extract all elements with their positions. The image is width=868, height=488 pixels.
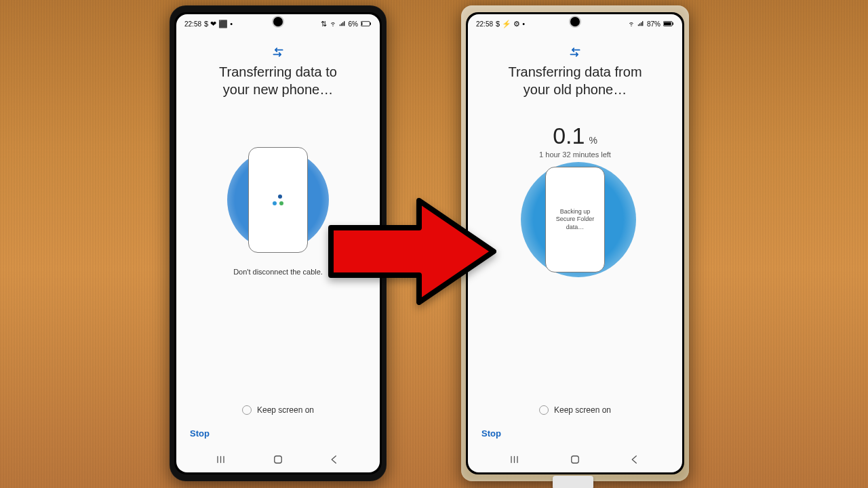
battery-text: 6% [349,20,358,28]
time-remaining: 1 hour 32 minutes left [468,150,682,159]
battery-icon [361,20,372,27]
battery-text: 87% [647,20,660,28]
keep-screen-on-option[interactable]: Keep screen on [480,405,670,415]
svg-rect-6 [664,22,671,26]
transfer-animation-circle: Backing up Secure Folder data… [521,165,629,274]
signal-icon [339,20,346,27]
nav-back-button[interactable] [328,453,340,466]
radio-unchecked-icon [242,405,252,415]
nav-home-button[interactable] [272,453,284,466]
nav-home-button[interactable] [569,453,581,466]
network-icon: ⇅ [321,20,327,27]
mini-phone-graphic: Backing up Secure Folder data… [545,167,605,272]
page-title: Transferring data from your old phone… [468,63,682,98]
direction-arrow-overlay [324,194,500,309]
loading-dots-icon [271,193,285,207]
page-title: Transferring data to your new phone… [176,63,380,98]
punch-hole-camera [570,17,580,26]
nav-recents-button[interactable] [216,453,228,466]
progress-value: 0.1 [553,123,585,149]
transfer-arrows-icon [568,45,582,59]
status-left-glyphs: $ ❤ ⬛ • [204,20,233,27]
cable-hint-text: Don't disconnect the cable. [233,268,323,276]
wifi-icon [628,20,635,27]
mini-phone-graphic [248,147,308,253]
stop-button[interactable]: Stop [189,424,211,445]
svg-rect-5 [673,22,673,24]
android-nav-bar [176,449,380,472]
transfer-animation-circle [224,146,332,254]
wifi-icon [330,20,336,27]
svg-rect-3 [275,456,282,464]
progress-percentage: 0.1 % [553,123,597,149]
usb-cable-connector [553,476,593,488]
punch-hole-camera [273,17,283,26]
svg-rect-1 [370,22,371,24]
progress-unit: % [589,135,597,146]
stop-button[interactable]: Stop [480,424,502,445]
status-time: 22:58 [476,20,493,28]
signal-icon [637,20,644,27]
battery-charging-icon [663,20,674,27]
android-nav-bar [468,449,682,472]
svg-rect-7 [572,456,579,464]
transfer-arrows-icon [271,45,285,59]
keep-screen-on-label: Keep screen on [554,405,611,415]
nav-recents-button[interactable] [509,453,521,466]
status-left-glyphs: $ ⚡ ⚙ • [496,20,525,27]
backup-status-text: Backing up Secure Folder data… [556,208,595,231]
svg-rect-2 [361,22,362,26]
keep-screen-on-option[interactable]: Keep screen on [189,405,368,415]
keep-screen-on-label: Keep screen on [257,405,314,415]
radio-unchecked-icon [539,405,549,415]
nav-back-button[interactable] [629,453,641,466]
status-time: 22:58 [184,20,201,28]
